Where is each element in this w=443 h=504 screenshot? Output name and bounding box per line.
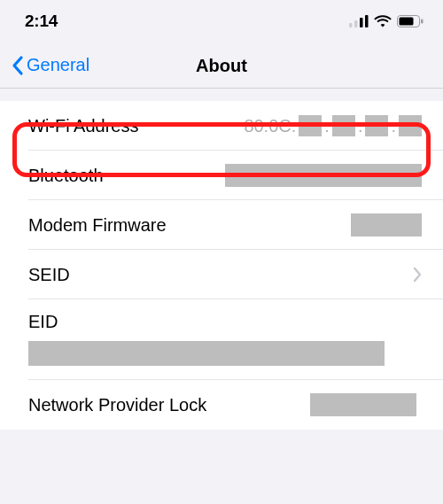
redacted-block bbox=[225, 164, 422, 187]
row-modem-firmware[interactable]: Modem Firmware bbox=[0, 200, 443, 250]
redacted-block bbox=[399, 115, 422, 136]
svg-rect-6 bbox=[421, 19, 424, 24]
nav-title: About bbox=[196, 55, 247, 75]
bluetooth-label: Bluetooth bbox=[28, 166, 104, 186]
row-eid[interactable]: EID bbox=[0, 299, 443, 380]
back-label: General bbox=[27, 55, 89, 75]
chevron-left-icon bbox=[11, 55, 25, 76]
row-bluetooth[interactable]: Bluetooth bbox=[0, 151, 443, 200]
svg-rect-2 bbox=[360, 18, 363, 27]
seid-label: SEID bbox=[28, 265, 70, 285]
settings-list: Wi-Fi Address 80:0C: : : : Bluetooth Mod… bbox=[0, 101, 443, 430]
network-provider-lock-value bbox=[310, 393, 422, 416]
redacted-block bbox=[28, 341, 385, 366]
row-network-provider-lock[interactable]: Network Provider Lock bbox=[0, 380, 443, 430]
row-seid[interactable]: SEID bbox=[0, 250, 443, 299]
redacted-block bbox=[299, 115, 322, 136]
redacted-block bbox=[351, 213, 422, 236]
svg-rect-3 bbox=[365, 15, 369, 27]
status-time: 2:14 bbox=[25, 12, 58, 31]
nav-bar: General About bbox=[0, 43, 443, 89]
svg-rect-1 bbox=[354, 20, 358, 27]
network-provider-lock-label: Network Provider Lock bbox=[28, 395, 206, 415]
wifi-address-label: Wi-Fi Address bbox=[28, 116, 138, 136]
status-bar: 2:14 bbox=[0, 0, 443, 43]
redacted-block bbox=[332, 115, 355, 136]
bluetooth-value bbox=[225, 164, 422, 187]
eid-label: EID bbox=[28, 312, 422, 332]
redacted-block bbox=[310, 393, 416, 416]
battery-icon bbox=[397, 15, 424, 27]
svg-rect-0 bbox=[349, 23, 353, 27]
wifi-icon bbox=[374, 15, 392, 27]
modem-firmware-label: Modem Firmware bbox=[28, 215, 167, 236]
svg-rect-5 bbox=[400, 18, 414, 26]
status-icons bbox=[349, 15, 424, 27]
wifi-address-value: 80:0C: : : : bbox=[244, 115, 422, 136]
cellular-icon bbox=[349, 15, 369, 27]
redacted-block bbox=[365, 115, 388, 136]
chevron-right-icon bbox=[413, 267, 422, 283]
row-wifi-address[interactable]: Wi-Fi Address 80:0C: : : : bbox=[0, 101, 443, 151]
modem-firmware-value bbox=[351, 213, 422, 236]
back-button[interactable]: General bbox=[11, 55, 89, 76]
